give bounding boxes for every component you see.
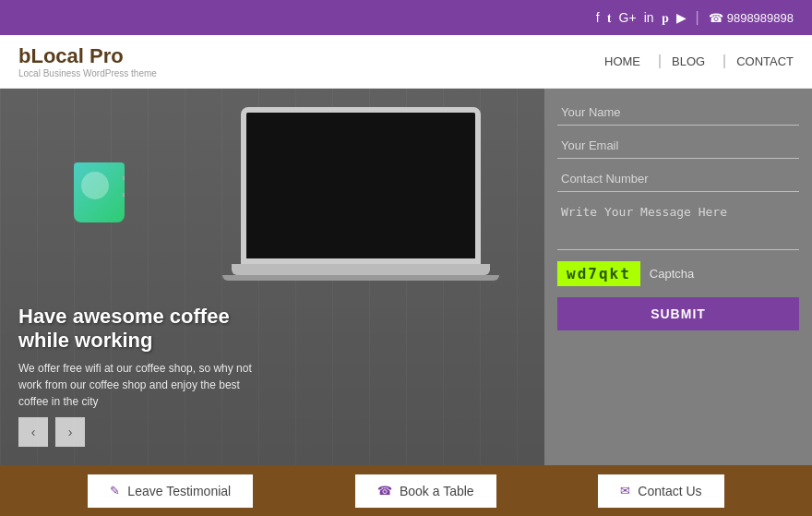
header: bLocal Pro Local Business WordPress them… (0, 35, 812, 89)
laptop-screen (241, 107, 481, 264)
youtube-icon[interactable]: ▶ (676, 10, 687, 25)
phone-text: 9898989898 (727, 11, 794, 25)
logo-title: bLocal Pro (18, 44, 157, 68)
book-table-button[interactable]: ☎ Book a Table (355, 474, 496, 508)
submit-button[interactable]: SUBMIT (557, 297, 799, 330)
laptop-bottom (222, 275, 499, 281)
navigation: HOME BLOG CONTACT (593, 54, 794, 68)
facebook-icon[interactable]: f (596, 10, 600, 25)
slider-prev-button[interactable]: ‹ (18, 417, 48, 447)
laptop-screen-inner (246, 113, 475, 258)
action-bar: ✎ Leave Testimonial ☎ Book a Table ✉ Con… (0, 465, 812, 516)
captcha-label: Captcha (650, 267, 694, 281)
book-table-label: Book a Table (400, 484, 474, 498)
testimonial-label: Leave Testimonial (127, 484, 231, 498)
laptop-visual (213, 107, 508, 310)
social-icons: f 𝐭 G+ in 𝐩 ▶ (596, 10, 687, 26)
logo[interactable]: bLocal Pro Local Business WordPress them… (18, 44, 157, 78)
main-area: Have awesome coffee while working We off… (0, 89, 812, 465)
contact-us-icon: ✉ (620, 484, 630, 498)
googleplus-icon[interactable]: G+ (619, 10, 637, 25)
hero-description: We offer free wifi at our coffee shop, s… (18, 360, 268, 410)
name-input[interactable] (557, 100, 799, 126)
linkedin-icon[interactable]: in (644, 10, 654, 25)
coffee-cup (74, 162, 138, 241)
email-input[interactable] (557, 133, 799, 159)
testimonial-icon: ✎ (110, 484, 120, 498)
phone-number: ☎ 9898989898 (709, 11, 794, 25)
slider-next-button[interactable]: › (55, 417, 85, 447)
captcha-row: wd7qkt Captcha (557, 261, 799, 286)
hero-section: Have awesome coffee while working We off… (0, 89, 544, 465)
hero-text: Have awesome coffee while working We off… (18, 305, 268, 410)
laptop-base (232, 264, 490, 275)
captcha-image: wd7qkt (557, 261, 640, 286)
cup-body (74, 162, 125, 222)
logo-subtitle: Local Business WordPress theme (18, 68, 157, 78)
next-icon: › (68, 425, 73, 439)
contact-us-button[interactable]: ✉ Contact Us (598, 474, 723, 508)
phone-input[interactable] (557, 166, 799, 192)
divider: | (696, 9, 699, 26)
top-bar: f 𝐭 G+ in 𝐩 ▶ | ☎ 9898989898 (0, 0, 812, 35)
message-input[interactable] (557, 199, 799, 250)
cup-handle (123, 176, 125, 197)
testimonial-button[interactable]: ✎ Leave Testimonial (88, 474, 253, 508)
phone-icon: ☎ (709, 11, 723, 25)
nav-contact[interactable]: CONTACT (723, 54, 794, 68)
contact-us-label: Contact Us (638, 484, 701, 498)
book-table-icon: ☎ (377, 484, 392, 498)
nav-blog[interactable]: BLOG (659, 54, 705, 68)
pinterest-icon[interactable]: 𝐩 (662, 10, 669, 26)
prev-icon: ‹ (31, 425, 36, 439)
twitter-icon[interactable]: 𝐭 (607, 10, 612, 26)
hero-title: Have awesome coffee while working (18, 305, 268, 353)
nav-home[interactable]: HOME (593, 54, 640, 68)
contact-form-panel: wd7qkt Captcha SUBMIT (544, 89, 812, 465)
